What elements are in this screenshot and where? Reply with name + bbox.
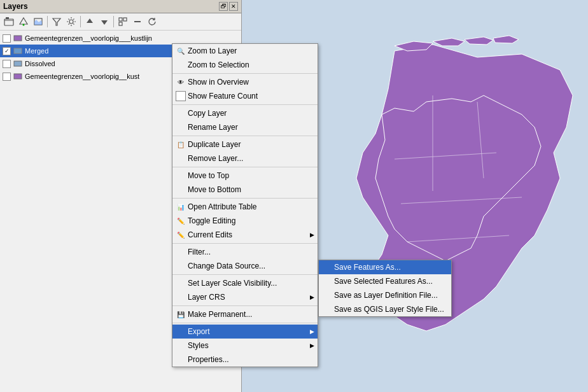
layers-panel-title: Layers	[3, 2, 28, 11]
filter-button[interactable]	[50, 15, 64, 29]
menu-copy-layer[interactable]: Copy Layer	[172, 106, 318, 120]
menu-change-data-source[interactable]: Change Data Source...	[172, 259, 318, 273]
menu-toggle-editing[interactable]: ✏️ Toggle Editing	[172, 214, 318, 228]
separator-6	[172, 243, 318, 244]
submenu-save-as-qgis-style[interactable]: Save as QGIS Layer Style File...	[319, 302, 451, 316]
menu-zoom-to-layer[interactable]: 🔍 Zoom to Layer	[172, 44, 318, 58]
menu-rename-layer[interactable]: Rename Layer	[172, 120, 318, 134]
svg-rect-25	[14, 36, 22, 41]
svg-rect-22	[123, 18, 127, 21]
svg-rect-21	[119, 18, 122, 21]
svg-point-18	[23, 24, 25, 26]
svg-rect-24	[134, 21, 141, 22]
layer-polygon-icon-merged	[13, 46, 23, 56]
expand-all-button[interactable]	[116, 15, 130, 29]
refresh-button[interactable]	[145, 15, 159, 29]
separator-8	[172, 305, 318, 306]
menu-properties[interactable]: Properties...	[172, 353, 318, 367]
menu-export[interactable]: Export	[172, 325, 318, 339]
permanent-icon: 💾	[176, 309, 186, 319]
separator-4	[172, 167, 318, 167]
menu-styles[interactable]: Styles	[172, 339, 318, 353]
menu-remove-layer[interactable]: Remove Layer...	[172, 151, 318, 165]
overview-icon: 👁	[176, 77, 186, 87]
open-layer-button[interactable]	[2, 15, 16, 29]
export-submenu: Save Features As... Save Selected Featur…	[318, 260, 452, 317]
separator-3	[172, 136, 318, 136]
toolbar-separator-3	[113, 16, 114, 27]
svg-rect-23	[119, 22, 122, 25]
layer-polygon-icon-gemeente2	[13, 71, 23, 81]
layer-item[interactable]: Gemeentegrenzen__voorlopig___kustlijn	[0, 32, 241, 45]
layer-name: Gemeentegrenzen__voorlopig___kustlijn	[25, 34, 152, 42]
svg-rect-27	[14, 61, 22, 66]
layer-checkbox-dissolved[interactable]	[3, 60, 11, 68]
separator-2	[172, 104, 318, 105]
title-buttons: 🗗 ✕	[219, 2, 238, 11]
menu-move-top[interactable]: Move to Top	[172, 169, 318, 183]
current-edits-icon: ✏️	[176, 230, 186, 240]
layer-polygon-icon-dissolved	[13, 59, 23, 69]
layer-name-gemeente2: Gemeentegrenzen__voorlopig__kust	[25, 73, 139, 80]
menu-show-overview[interactable]: 👁 Show in Overview	[172, 75, 318, 89]
layers-toolbar	[0, 13, 241, 31]
submenu-save-features-as[interactable]: Save Features As...	[319, 260, 451, 274]
toolbar-separator-1	[47, 16, 48, 27]
svg-rect-26	[14, 48, 22, 53]
layer-polygon-icon	[13, 33, 23, 43]
edit-icon: ✏️	[176, 216, 186, 226]
close-button[interactable]: ✕	[229, 2, 238, 11]
menu-filter[interactable]: Filter...	[172, 245, 318, 259]
separator-7	[172, 274, 318, 275]
move-up-button[interactable]	[83, 15, 97, 29]
menu-zoom-to-selection[interactable]: Zoom to Selection	[172, 58, 318, 72]
context-menu: 🔍 Zoom to Layer Zoom to Selection 👁 Show…	[172, 43, 318, 367]
menu-current-edits[interactable]: ✏️ Current Edits	[172, 228, 318, 242]
layer-checkbox-gemeente2[interactable]	[3, 73, 11, 81]
submenu-save-as-layer-def[interactable]: Save as Layer Definition File...	[319, 288, 451, 302]
submenu-save-selected-features-as[interactable]: Save Selected Features As...	[319, 274, 451, 288]
svg-rect-16	[6, 17, 9, 19]
layers-title-bar: Layers 🗗 ✕	[0, 0, 241, 13]
menu-set-scale-visibility[interactable]: Set Layer Scale Visibility...	[172, 276, 318, 290]
add-vector-button[interactable]	[17, 15, 31, 29]
feature-count-check	[176, 91, 186, 101]
svg-rect-28	[14, 74, 22, 79]
svg-marker-17	[20, 18, 27, 24]
add-raster-button[interactable]	[31, 15, 45, 29]
layer-name-merged: Merged	[25, 47, 48, 55]
svg-point-20	[69, 20, 73, 24]
menu-make-permanent[interactable]: 💾 Make Permanent...	[172, 307, 318, 321]
settings-button[interactable]	[64, 15, 78, 29]
zoom-layer-icon: 🔍	[176, 46, 186, 56]
separator-5	[172, 198, 318, 199]
table-icon: 📊	[176, 202, 186, 212]
separator-9	[172, 323, 318, 323]
menu-open-attribute-table[interactable]: 📊 Open Attribute Table	[172, 200, 318, 214]
move-down-button[interactable]	[97, 15, 111, 29]
zoom-selection-icon	[176, 60, 186, 70]
duplicate-icon: 📋	[176, 139, 186, 150]
menu-layer-crs[interactable]: Layer CRS	[172, 290, 318, 304]
menu-move-bottom[interactable]: Move to Bottom	[172, 183, 318, 197]
menu-duplicate-layer[interactable]: 📋 Duplicate Layer	[172, 137, 318, 151]
restore-button[interactable]: 🗗	[219, 2, 228, 11]
separator-1	[172, 73, 318, 74]
layer-checkbox[interactable]	[3, 34, 11, 43]
layer-name-dissolved: Dissolved	[25, 60, 55, 67]
layer-checkbox-merged[interactable]	[3, 47, 11, 55]
collapse-all-button[interactable]	[130, 15, 144, 29]
toolbar-separator-2	[80, 16, 81, 27]
menu-show-feature-count[interactable]: Show Feature Count	[172, 89, 318, 103]
